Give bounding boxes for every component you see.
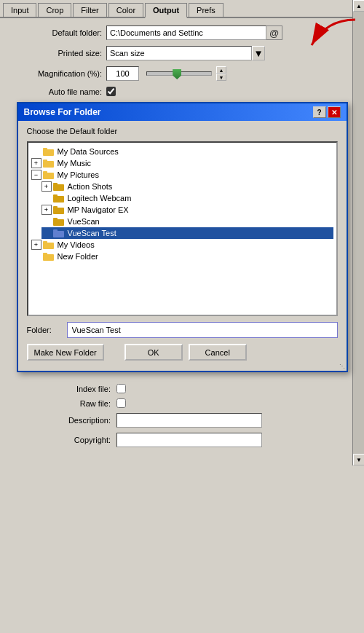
description-row: Description:: [16, 413, 348, 428]
folder-field-input[interactable]: [67, 322, 338, 338]
dialog-title: Browse For Folder: [24, 107, 101, 117]
tab-color[interactable]: Color: [108, 3, 143, 17]
tree-expander-my-music[interactable]: +: [31, 158, 41, 168]
slider-thumb[interactable]: [173, 69, 181, 79]
tree-item-action-shots[interactable]: + Action Shots: [41, 181, 333, 192]
index-file-checkbox[interactable]: [116, 384, 126, 393]
printed-size-dropdown-arrow[interactable]: ▼: [252, 46, 265, 60]
folder-icon-new-folder: [43, 251, 55, 262]
tree-item-my-pictures[interactable]: − My Pictures: [31, 169, 333, 181]
tree-item-my-data-sources[interactable]: My Data Sources: [31, 146, 333, 157]
ok-button[interactable]: OK: [124, 344, 183, 361]
cancel-button[interactable]: Cancel: [189, 344, 247, 361]
bottom-section: Index file: Raw file: Description: Copyr…: [7, 378, 357, 458]
tree-label-vuescan-test: VueScan Test: [68, 229, 116, 237]
tab-input[interactable]: Input: [3, 3, 36, 17]
svg-rect-8: [53, 183, 58, 185]
tab-bar: Input Crop Filter Color Output Prefs: [0, 0, 364, 18]
tree-label-action-shots: Action Shots: [68, 182, 113, 191]
scroll-down-button[interactable]: ▼: [353, 454, 364, 465]
tab-filter[interactable]: Filter: [73, 3, 106, 17]
tab-prefs[interactable]: Prefs: [189, 3, 223, 17]
magnification-spinners: ▲ ▼: [216, 66, 226, 81]
tree-expander-action-shots[interactable]: +: [41, 181, 52, 192]
folder-icon-action-shots: [53, 181, 65, 192]
svg-rect-6: [43, 171, 47, 173]
svg-rect-2: [43, 148, 47, 150]
browse-button[interactable]: @: [266, 25, 282, 40]
folder-icon-vuescan-test: [53, 228, 65, 238]
tree-item-mp-navigator[interactable]: + MP Navigator EX: [41, 204, 333, 216]
tree-expander-mp-navigator[interactable]: +: [41, 205, 52, 215]
magnification-slider[interactable]: [143, 71, 215, 76]
tree-label-my-pictures: My Pictures: [58, 170, 99, 179]
auto-file-name-label: Auto file name:: [7, 87, 102, 96]
dialog-close-button[interactable]: ✕: [328, 106, 341, 118]
dialog-overlay: Browse For Folder ? ✕ Choose the Default…: [7, 102, 357, 372]
dialog-body: Choose the Default folder My Data Source…: [18, 121, 347, 371]
svg-rect-19: [43, 254, 54, 261]
folder-field-row: Folder:: [27, 322, 338, 338]
copyright-input[interactable]: [116, 433, 262, 447]
svg-rect-9: [53, 196, 64, 203]
tree-item-my-videos[interactable]: + My Videos: [31, 239, 333, 251]
make-new-folder-button[interactable]: Make New Folder: [27, 344, 104, 361]
magnification-row: Magnification (%): ▲ ▼: [7, 66, 357, 81]
folder-icon-logitech-webcam: [53, 193, 65, 203]
svg-rect-13: [53, 219, 64, 226]
tree-label-my-data-sources: My Data Sources: [58, 147, 119, 156]
svg-rect-11: [53, 208, 64, 214]
copyright-row: Copyright:: [16, 433, 348, 447]
dialog-buttons: Make New Folder OK Cancel: [27, 344, 338, 361]
description-label: Description:: [16, 416, 111, 425]
tree-expander-my-pictures[interactable]: −: [31, 170, 41, 180]
description-input[interactable]: [116, 413, 262, 428]
slider-track[interactable]: [146, 71, 212, 76]
tab-output[interactable]: Output: [145, 3, 187, 18]
svg-rect-14: [53, 218, 58, 220]
folder-tree[interactable]: My Data Sources + My Music − My Pict: [27, 141, 338, 316]
dialog-instruction: Choose the Default folder: [27, 127, 338, 135]
tree-label-new-folder: New Folder: [58, 252, 98, 261]
dialog-titlebar: Browse For Folder ? ✕: [18, 103, 347, 121]
auto-file-name-checkbox[interactable]: [106, 87, 116, 96]
magnification-spin-down[interactable]: ▼: [216, 74, 226, 81]
folder-icon-my-data-sources: [43, 146, 55, 157]
default-folder-label: Default folder:: [7, 28, 102, 37]
tree-label-mp-navigator: MP Navigator EX: [68, 205, 129, 214]
magnification-input[interactable]: [106, 66, 139, 81]
folder-field-label: Folder:: [27, 326, 67, 334]
svg-rect-10: [53, 194, 58, 197]
svg-rect-18: [43, 241, 47, 243]
tree-label-vuescan: VueScan: [68, 217, 100, 226]
printed-size-field[interactable]: [106, 46, 252, 60]
magnification-spin-up[interactable]: ▲: [216, 66, 226, 74]
scroll-up-button[interactable]: ▲: [353, 0, 364, 12]
tree-expander-my-videos[interactable]: +: [31, 240, 41, 250]
tree-label-logitech-webcam: Logitech Webcam: [68, 194, 132, 203]
printed-size-label: Printed size:: [7, 49, 102, 58]
svg-rect-12: [53, 206, 58, 208]
svg-rect-7: [53, 184, 64, 191]
svg-rect-4: [43, 160, 47, 162]
printed-size-dropdown-wrapper: ▼: [106, 46, 265, 60]
svg-rect-17: [43, 243, 54, 249]
tree-item-my-music[interactable]: + My Music: [31, 157, 333, 169]
dialog-controls: ? ✕: [313, 106, 341, 118]
tree-item-vuescan-test[interactable]: VueScan Test: [41, 227, 333, 239]
tab-crop[interactable]: Crop: [38, 3, 71, 17]
magnification-label: Magnification (%):: [7, 69, 102, 78]
raw-file-checkbox[interactable]: [116, 398, 126, 408]
auto-file-name-row: Auto file name:: [7, 87, 357, 96]
main-panel: Default folder: @ Printed size: ▼: [0, 18, 364, 465]
tree-item-new-folder[interactable]: New Folder: [31, 251, 333, 262]
resize-handle[interactable]: ⋱: [339, 361, 345, 369]
index-file-label: Index file:: [16, 385, 111, 393]
folder-icon-my-pictures: [43, 170, 55, 180]
tree-item-logitech-webcam[interactable]: Logitech Webcam: [41, 192, 333, 204]
tree-item-vuescan[interactable]: VueScan: [41, 216, 333, 227]
svg-rect-3: [43, 161, 54, 168]
dialog-help-button[interactable]: ?: [313, 106, 326, 118]
default-folder-input[interactable]: [106, 25, 266, 40]
svg-rect-15: [53, 231, 64, 237]
